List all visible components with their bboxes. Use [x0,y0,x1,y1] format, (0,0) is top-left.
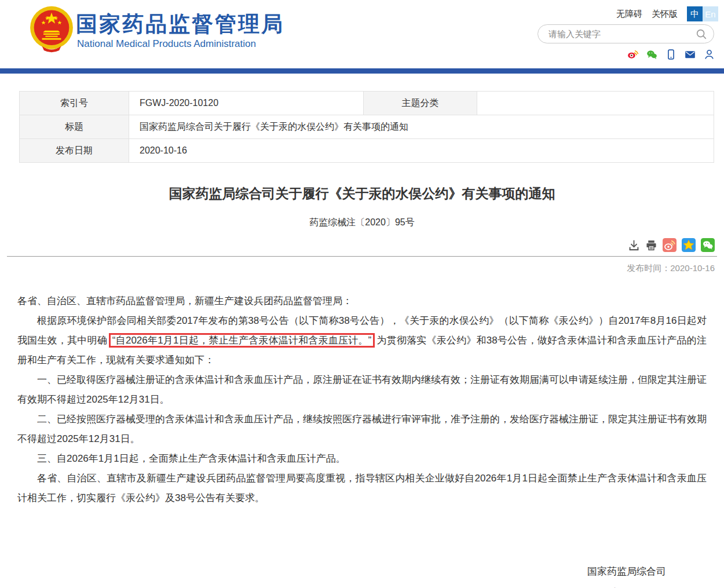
wechat-icon[interactable] [646,49,658,60]
publish-date-label: 发布日期 [20,139,129,163]
header-divider-bar [0,68,724,74]
site-title: 国家药品监督管理局 [76,10,284,39]
site-subtitle: National Medical Products Administration [77,38,256,50]
index-number-value: FGWJ-2020-10120 [129,92,364,115]
weibo-icon[interactable] [627,49,639,60]
publish-date-value: 2020-10-16 [129,139,714,163]
qzone-share-icon[interactable] [682,238,696,252]
signature-block: 国家药监局综合司 2020年10月14日 [587,561,666,588]
mobile-icon[interactable] [665,49,677,60]
care-version-link[interactable]: 关怀版 [652,9,678,20]
topic-category-label: 主题分类 [364,92,477,115]
print-icon[interactable] [645,239,657,251]
search-input[interactable] [547,28,695,39]
signature-org: 国家药监局综合司 [587,561,666,582]
accessibility-link[interactable]: 无障碍 [616,9,642,20]
table-row: 发布日期 2020-10-16 [20,139,714,163]
doc-title-value: 国家药监局综合司关于履行《关于汞的水俣公约》有关事项的通知 [129,115,714,139]
closing-paragraph: 各省、自治区、直辖市及新疆生产建设兵团药品监督管理局要高度重视，指导辖区内相关企… [17,469,707,508]
content-divider [7,256,717,257]
item-1-paragraph: 一、已经取得医疗器械注册证的含汞体温计和含汞血压计产品，原注册证在证书有效期内继… [17,370,707,410]
salutation-paragraph: 各省、自治区、直辖市药品监督管理局，新疆生产建设兵团药品监督管理局： [17,291,707,311]
social-links [627,49,715,60]
publish-time-label: 发布时间： [627,263,670,273]
topic-category-value [477,92,714,115]
download-icon[interactable] [628,239,640,251]
table-row: 标题 国家药监局综合司关于履行《关于汞的水俣公约》有关事项的通知 [20,115,714,139]
publish-time-value: 2020-10-16 [670,263,715,273]
document-number: 药监综械注〔2020〕95号 [0,217,724,229]
highlighted-quote: “自2026年1月1日起，禁止生产含汞体温计和含汞血压计。” [109,333,375,348]
weibo-share-icon[interactable] [663,238,677,252]
item-2-paragraph: 二、已经按照医疗器械受理的含汞体温计和含汞血压计产品，继续按照医疗器械进行审评审… [17,410,707,449]
item-3-paragraph: 三、自2026年1月1日起，全面禁止生产含汞体温计和含汞血压计产品。 [17,449,707,469]
publish-time: 发布时间：2020-10-16 [0,263,715,274]
lang-toggle-zh[interactable]: 中 [687,6,703,21]
lang-toggle-en[interactable]: En [703,6,718,21]
table-row: 索引号 FGWJ-2020-10120 主题分类 [20,92,714,115]
document-action-bar [0,238,715,252]
site-header: 国家药品监督管理局 National Medical Products Admi… [0,0,724,68]
wechat-share-icon[interactable] [701,238,715,252]
notice-body: 各省、自治区、直辖市药品监督管理局，新疆生产建设兵团药品监督管理局： 根据原环境… [17,291,707,508]
user-icon[interactable] [703,49,715,60]
page-title: 国家药监局综合司关于履行《关于汞的水俣公约》有关事项的通知 [0,185,724,203]
document-metadata-table: 索引号 FGWJ-2020-10120 主题分类 标题 国家药监局综合司关于履行… [19,91,714,163]
signature-date: 2020年10月14日 [587,582,666,588]
top-utility-bar: 无障碍 关怀版 中 En [616,6,718,21]
search-box [537,24,714,43]
doc-title-label: 标题 [20,115,129,139]
email-icon[interactable] [684,49,696,60]
index-number-label: 索引号 [20,92,129,115]
national-emblem-logo [28,5,75,54]
search-icon[interactable] [695,28,708,41]
background-paragraph: 根据原环境保护部会同相关部委2017年发布的第38号公告（以下简称38号公告），… [17,311,707,370]
